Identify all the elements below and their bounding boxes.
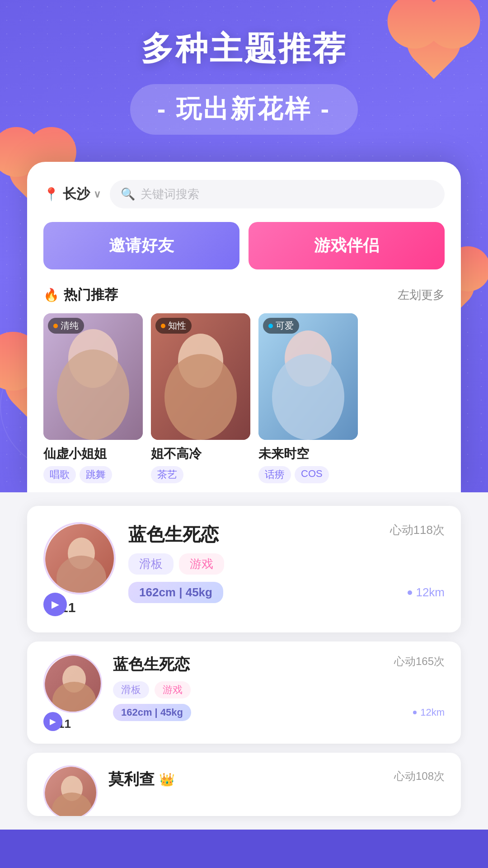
- hero-title: 多种主题推荐: [0, 27, 488, 71]
- ptag-3-1: 话痨: [258, 466, 291, 483]
- user-card-1[interactable]: ▶ 〜 11 蓝色生死恋 心动118次 滑板 游戏 162cm | 45kg 1…: [27, 506, 461, 632]
- user-avatar-wrap-1: ▶ 〜 11: [43, 522, 116, 616]
- user-cards-section: ▶ 〜 11 蓝色生死恋 心动118次 滑板 游戏 162cm | 45kg 1…: [0, 492, 488, 830]
- user-stats-row-1: 162cm | 45kg 12km: [128, 582, 445, 603]
- invite-friends-button[interactable]: 邀请好友: [43, 222, 239, 269]
- tag-label-3: 可爱: [276, 320, 294, 332]
- profile-card-name-3: 未来时空: [258, 445, 358, 462]
- profile-card-name-1: 仙虚小姐姐: [43, 445, 143, 462]
- user-tag-skateboard-2: 滑板: [113, 681, 149, 698]
- card-tag-2: 知性: [155, 318, 192, 334]
- profile-card-name-2: 姐不高冷: [151, 445, 250, 462]
- ptag-2-1: 茶艺: [151, 466, 183, 483]
- card-tag-1: 清纯: [48, 318, 84, 334]
- profile-card-tags-3: 话痨 COS: [258, 466, 358, 483]
- user-tag-game-2: 游戏: [155, 681, 191, 698]
- profile-card-img-2: 知性: [151, 313, 250, 440]
- user-name-row-2: 蓝色生死恋 心动165次: [113, 654, 445, 675]
- profile-card-3[interactable]: 可爱 未来时空 话痨 COS: [258, 313, 358, 483]
- user-name-row-1: 蓝色生死恋 心动118次: [128, 522, 445, 547]
- action-buttons: 邀请好友 游戏伴侣: [43, 222, 445, 269]
- user-tag-skateboard-1: 滑板: [128, 553, 174, 575]
- user-avatar-wrap-2: ▶ 〜 11: [43, 654, 102, 731]
- user-name-1: 蓝色生死恋: [128, 522, 219, 547]
- tag-dot-3: [268, 324, 273, 328]
- game-partner-button[interactable]: 游戏伴侣: [249, 222, 445, 269]
- tag-label-1: 清纯: [61, 320, 79, 332]
- card-tag-3: 可爱: [263, 318, 299, 334]
- phone-mockup: 📍 长沙 ∨ 🔍 关键词搜索 邀请好友 游戏伴侣 🔥 热门推荐 左划更多: [27, 162, 461, 492]
- user-avatar-1: [43, 522, 116, 594]
- user-avatar-2: [43, 654, 102, 713]
- profile-card-2[interactable]: 知性 姐不高冷 茶艺: [151, 313, 250, 483]
- user-info-2: 蓝色生死恋 心动165次 滑板 游戏 162cm | 45kg 12km: [113, 654, 445, 721]
- svg-point-5: [164, 354, 237, 440]
- ptag-3-2: COS: [295, 466, 329, 483]
- profile-cards-list: 清纯 仙虚小姐姐 唱歌 跳舞: [43, 313, 445, 492]
- profile-card-tags-1: 唱歌 跳舞: [43, 466, 143, 483]
- profile-card-1[interactable]: 清纯 仙虚小姐姐 唱歌 跳舞: [43, 313, 143, 483]
- user-height-weight-2: 162cm | 45kg: [113, 704, 191, 721]
- tag-dot-2: [161, 324, 165, 328]
- distance-value-2: 12km: [420, 707, 445, 718]
- user-name-2: 蓝色生死恋: [113, 654, 190, 675]
- heart-count-2: 心动165次: [394, 654, 445, 669]
- phone-topbar: 📍 长沙 ∨ 🔍 关键词搜索: [43, 180, 445, 208]
- location-icon: 📍: [43, 187, 59, 202]
- user-avatar-3: [43, 765, 98, 816]
- user-tags-1: 滑板 游戏: [128, 553, 445, 575]
- user-tags-2: 滑板 游戏: [113, 681, 445, 698]
- hero-section: 多种主题推荐 - 玩出新花样 - 📍 长沙 ∨ 🔍 关键词搜索 邀请好友 游戏伴…: [0, 0, 488, 492]
- search-icon: 🔍: [121, 187, 135, 201]
- distance-dot-2: [413, 711, 417, 714]
- user-info-1: 蓝色生死恋 心动118次 滑板 游戏 162cm | 45kg 12km: [128, 522, 445, 603]
- chevron-down-icon: ∨: [94, 189, 101, 200]
- hero-subtitle: - 玩出新花样 -: [130, 84, 358, 135]
- user-stats-row-2: 162cm | 45kg 12km: [113, 704, 445, 721]
- profile-card-img-1: 清纯: [43, 313, 143, 440]
- distance-value-1: 12km: [416, 585, 445, 599]
- hot-section-title: 🔥 热门推荐: [43, 286, 118, 304]
- crown-icon-3: 👑: [159, 772, 175, 787]
- ptag-1-1: 唱歌: [43, 466, 76, 483]
- play-button-2[interactable]: ▶: [43, 712, 62, 731]
- heart-count-3: 心动108次: [394, 769, 445, 783]
- profile-card-img-3: 可爱: [258, 313, 358, 440]
- user-tag-game-1: 游戏: [179, 553, 224, 575]
- distance-1: 12km: [408, 585, 445, 599]
- user-name-3: 莫利查: [108, 769, 155, 790]
- play-button-1[interactable]: ▶: [43, 593, 67, 616]
- search-bar[interactable]: 🔍 关键词搜索: [110, 180, 445, 208]
- distance-dot-1: [408, 590, 412, 595]
- user-card-3[interactable]: 莫利查 👑 心动108次: [27, 753, 461, 816]
- svg-point-8: [272, 354, 344, 440]
- user-avatar-wrap-3: [43, 765, 98, 816]
- tag-label-2: 知性: [168, 320, 186, 332]
- profile-card-tags-2: 茶艺: [151, 466, 250, 483]
- distance-2: 12km: [413, 707, 445, 718]
- location-text: 长沙: [63, 185, 90, 203]
- hot-section-header: 🔥 热门推荐 左划更多: [43, 286, 445, 304]
- heart-count-1: 心动118次: [390, 522, 445, 538]
- hero-subtitle-wrap: - 玩出新花样 -: [0, 84, 488, 135]
- fire-icon: 🔥: [43, 288, 59, 302]
- section-more-text[interactable]: 左划更多: [398, 287, 445, 303]
- user-card-2[interactable]: ▶ 〜 11 蓝色生死恋 心动165次 滑板 游戏 162cm | 45kg 1…: [27, 642, 461, 744]
- svg-point-2: [57, 349, 129, 440]
- user-info-3: 莫利查 👑 心动108次: [108, 765, 445, 794]
- search-placeholder: 关键词搜索: [141, 186, 199, 202]
- ptag-1-2: 跳舞: [80, 466, 112, 483]
- user-height-weight-1: 162cm | 45kg: [128, 582, 223, 603]
- location-button[interactable]: 📍 长沙 ∨: [43, 185, 101, 203]
- tag-dot-1: [53, 324, 58, 328]
